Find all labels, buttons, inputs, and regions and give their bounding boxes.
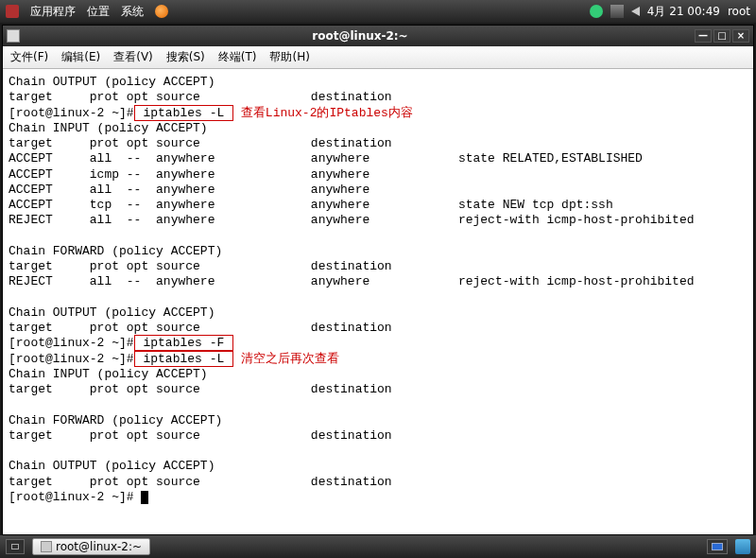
distro-icon	[6, 5, 19, 18]
term-line: REJECT all -- anywhere anywhere reject-w…	[9, 213, 695, 227]
term-prompt: [root@linux-2 ~]#	[9, 352, 134, 366]
network-icon[interactable]	[610, 5, 624, 18]
annotation: 清空之后再次查看	[241, 352, 339, 366]
term-line: target prot opt source destination	[9, 321, 392, 335]
task-label: root@linux-2:~	[56, 540, 142, 553]
highlighted-cmd: iptables -F	[134, 335, 233, 351]
term-line: Chain FORWARD (policy ACCEPT)	[9, 413, 222, 427]
term-line: ACCEPT all -- anywhere anywhere state RE…	[9, 151, 643, 166]
term-line: ACCEPT icmp -- anywhere anywhere	[9, 167, 369, 182]
terminal-body[interactable]: Chain OUTPUT (policy ACCEPT) target prot…	[3, 69, 753, 534]
term-line: ACCEPT tcp -- anywhere anywhere state NE…	[9, 198, 613, 212]
show-desktop-button[interactable]	[6, 539, 25, 554]
term-line: target prot opt source destination	[9, 428, 392, 443]
menu-search[interactable]: 搜索(S)	[166, 49, 205, 65]
speaker-icon[interactable]	[631, 7, 640, 16]
term-line: Chain FORWARD (policy ACCEPT)	[9, 244, 222, 258]
window-title: root@linux-2:~	[27, 29, 693, 43]
term-line: Chain INPUT (policy ACCEPT)	[9, 121, 208, 135]
term-line: target prot opt source destination	[9, 259, 392, 273]
menu-file[interactable]: 文件(F)	[10, 49, 48, 65]
terminal-icon	[41, 541, 52, 552]
highlighted-cmd: iptables -L	[134, 351, 233, 367]
term-line: target prot opt source destination	[9, 90, 392, 104]
term-line: target prot opt source destination	[9, 136, 392, 150]
minimize-button[interactable]: —	[695, 29, 712, 43]
top-panel: 应用程序 位置 系统 4月 21 00:49 root	[0, 0, 756, 23]
bottom-panel: root@linux-2:~	[0, 535, 756, 558]
term-line: Chain OUTPUT (policy ACCEPT)	[9, 459, 215, 473]
task-button[interactable]: root@linux-2:~	[32, 538, 150, 555]
term-line: target prot opt source destination	[9, 475, 392, 489]
user-label[interactable]: root	[728, 5, 750, 18]
term-line: Chain OUTPUT (policy ACCEPT)	[9, 305, 215, 320]
term-line: Chain INPUT (policy ACCEPT)	[9, 367, 208, 381]
term-prompt: [root@linux-2 ~]#	[9, 490, 141, 504]
term-line: REJECT all -- anywhere anywhere reject-w…	[9, 274, 695, 288]
terminal-window: root@linux-2:~ — □ × 文件(F) 编辑(E) 查看(V) 搜…	[2, 25, 754, 535]
term-line: target prot opt source destination	[9, 382, 392, 396]
update-icon[interactable]	[590, 5, 603, 18]
window-icon	[7, 29, 20, 43]
menu-help[interactable]: 帮助(H)	[269, 49, 309, 65]
annotation: 查看Linux-2的IPtables内容	[241, 106, 413, 120]
menu-terminal[interactable]: 终端(T)	[218, 49, 257, 65]
maximize-button[interactable]: □	[713, 29, 730, 43]
clock[interactable]: 4月 21 00:49	[647, 4, 720, 20]
menu-view[interactable]: 查看(V)	[113, 49, 153, 65]
trash-icon[interactable]	[735, 539, 750, 554]
menu-edit[interactable]: 编辑(E)	[61, 49, 100, 65]
close-button[interactable]: ×	[732, 29, 749, 43]
term-prompt: [root@linux-2 ~]#	[9, 106, 134, 120]
system-menu[interactable]: 系统	[121, 4, 144, 20]
places-menu[interactable]: 位置	[87, 4, 110, 20]
term-line: Chain OUTPUT (policy ACCEPT)	[9, 75, 215, 89]
firefox-icon[interactable]	[155, 5, 168, 18]
cursor	[141, 491, 148, 504]
workspace-switcher[interactable]	[707, 539, 728, 554]
titlebar[interactable]: root@linux-2:~ — □ ×	[3, 26, 753, 46]
term-prompt: [root@linux-2 ~]#	[9, 336, 134, 350]
highlighted-cmd: iptables -L	[134, 105, 233, 121]
menubar: 文件(F) 编辑(E) 查看(V) 搜索(S) 终端(T) 帮助(H)	[3, 46, 753, 69]
apps-menu[interactable]: 应用程序	[30, 4, 76, 20]
term-line: ACCEPT all -- anywhere anywhere	[9, 183, 369, 197]
